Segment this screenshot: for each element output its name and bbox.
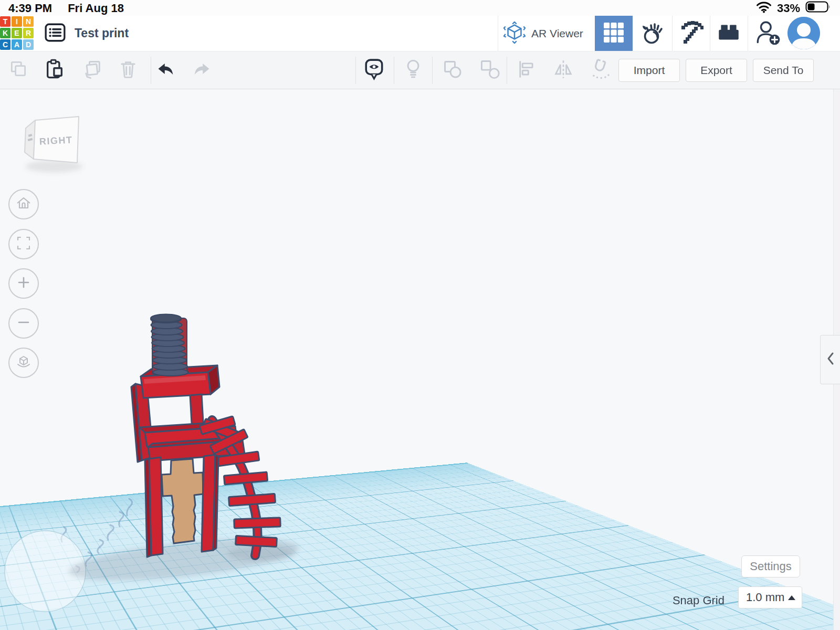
logo-tile: T (0, 16, 10, 27)
clock-date: Fri Aug 18 (68, 2, 124, 15)
person-add-icon (754, 18, 782, 49)
send-to-button[interactable]: Send To (753, 59, 814, 82)
logo-tile: I (12, 16, 22, 27)
zoom-out-button[interactable] (8, 308, 39, 339)
home-view-button[interactable] (8, 189, 39, 219)
mirror-icon (553, 59, 574, 82)
logo-tile: R (23, 28, 34, 38)
perspective-icon (15, 353, 33, 373)
toolbar-divider (355, 57, 356, 84)
model-screw (151, 314, 188, 376)
logo-tile: N (23, 16, 34, 27)
grid-view-icon (603, 22, 624, 45)
show-all-button[interactable] (398, 56, 428, 85)
undo-button[interactable] (151, 56, 181, 85)
ungroup-icon (479, 59, 500, 82)
toolbar-divider (394, 57, 394, 84)
redo-icon (191, 59, 212, 82)
list-icon (44, 22, 66, 46)
magnet-icon (589, 58, 611, 82)
copy-icon (9, 59, 29, 81)
paste-icon (44, 59, 65, 82)
header-divider (498, 16, 498, 51)
bricks-mode-button[interactable] (712, 16, 746, 51)
logo-tile: A (12, 39, 22, 50)
clay-mode-button[interactable] (636, 16, 669, 51)
battery-percent: 33% (777, 2, 800, 15)
logo-tile: K (0, 28, 10, 38)
note-eye-icon (363, 58, 385, 82)
logo-tile: E (12, 28, 22, 38)
duplicate-icon (82, 59, 103, 82)
logo-tile: D (23, 39, 34, 50)
snap-grid-label: Snap Grid (646, 594, 724, 607)
zoom-out-icon (15, 313, 33, 333)
duplicate-button[interactable] (78, 56, 107, 85)
clay-hand-icon (640, 20, 665, 47)
zoom-in-icon (15, 274, 33, 293)
brick-icon (716, 19, 742, 48)
snap-grid-value: 1.0 mm (746, 591, 784, 604)
zoom-in-button[interactable] (8, 268, 39, 299)
settings-button[interactable]: Settings (741, 555, 800, 578)
group-button[interactable] (438, 56, 467, 85)
ar-viewer-button[interactable] (502, 16, 527, 51)
pickaxe-icon (679, 20, 705, 47)
align-icon (516, 59, 537, 82)
ar-viewer-label[interactable]: AR Viewer (531, 16, 583, 51)
paste-button[interactable] (40, 56, 69, 85)
snap-grid-select[interactable]: 1.0 mm (738, 586, 802, 608)
profile-avatar[interactable] (788, 17, 820, 49)
toolbar-divider (507, 57, 507, 84)
group-icon (442, 59, 463, 82)
header-divider (748, 16, 748, 51)
minecraft-export-button[interactable] (676, 16, 708, 51)
status-bar: 4:39 PM Fri Aug 18 33% (0, 0, 840, 16)
tinkercad-logo[interactable]: T I N K E R C A D (0, 16, 34, 50)
fit-view-button[interactable] (8, 229, 39, 259)
battery-icon (805, 1, 832, 16)
undo-icon (155, 59, 176, 82)
design-menu-button[interactable] (43, 16, 67, 51)
delete-icon (118, 59, 139, 82)
edit-toolbar: Import Export Send To (0, 51, 840, 89)
perspective-toggle-button[interactable] (8, 348, 39, 378)
grid-view-button[interactable] (595, 16, 633, 51)
view-cube[interactable]: RIGHT (25, 117, 82, 172)
caret-up-icon (788, 595, 795, 600)
fit-view-icon (15, 234, 33, 254)
model-3d[interactable] (131, 314, 280, 558)
bulb-icon (403, 58, 424, 82)
clock-time: 4:39 PM (8, 2, 52, 15)
align-button[interactable] (512, 56, 541, 85)
model-insert-tan (162, 459, 203, 543)
delete-button[interactable] (113, 56, 143, 85)
import-button[interactable]: Import (618, 59, 680, 82)
wifi-icon (756, 1, 772, 16)
chevron-left-icon (825, 351, 836, 369)
header-divider (672, 16, 673, 51)
export-button[interactable]: Export (686, 59, 747, 82)
design-title[interactable]: Test print (75, 16, 129, 51)
mirror-button[interactable] (549, 56, 578, 85)
ungroup-button[interactable] (475, 56, 505, 85)
ar-cube-icon (502, 20, 527, 47)
share-invite-button[interactable] (751, 16, 785, 51)
canvas-3d-viewport[interactable]: RIGHT (0, 89, 840, 630)
toolbar-divider (432, 57, 433, 84)
app-header: T I N K E R C A D Test print (0, 16, 840, 51)
copy-button[interactable] (4, 56, 34, 85)
home-icon (15, 194, 33, 214)
notes-button[interactable] (360, 56, 389, 85)
panel-expand-tab[interactable] (820, 335, 840, 384)
magnet-button[interactable] (585, 56, 615, 85)
view-cube-face-label: RIGHT (39, 134, 73, 146)
header-divider (710, 16, 710, 51)
redo-button[interactable] (187, 56, 216, 85)
logo-tile: C (0, 39, 10, 50)
scene-overlay: RIGHT (0, 89, 840, 630)
